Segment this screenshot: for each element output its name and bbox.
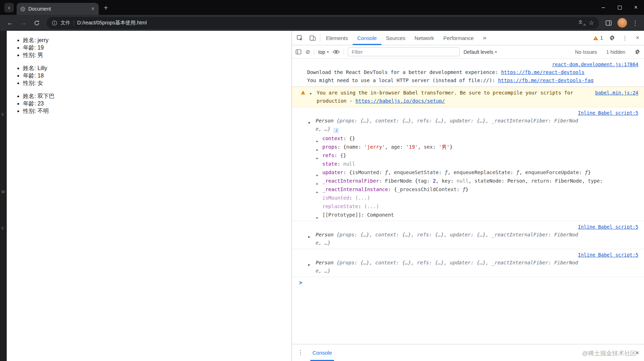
tree-row-updater[interactable]: ▶updater: {isMounted: ƒ, enqueueSetState… — [316, 168, 638, 177]
text-segment: : — [379, 178, 385, 184]
side-panel-icon[interactable] — [603, 20, 615, 26]
tree-row-prototype[interactable]: ▶[[Prototype]]: Component — [316, 211, 638, 219]
maximize-button[interactable] — [611, 0, 628, 15]
devtools-menu-icon[interactable]: ⋮ — [619, 31, 631, 45]
forward-button[interactable]: → — [17, 17, 30, 29]
inspect-element-icon[interactable] — [293, 31, 306, 45]
object-preview-line[interactable]: ▶Person {props: {…}, context: {…}, refs:… — [307, 231, 579, 247]
refresh-icon — [34, 20, 40, 26]
expand-triangle-icon[interactable]: ▶ — [316, 213, 318, 219]
tab-sources[interactable]: Sources — [381, 31, 410, 45]
warnings-badge[interactable]: 1 — [590, 31, 606, 45]
back-icon: ← — [7, 19, 13, 27]
refresh-button[interactable] — [30, 17, 43, 29]
expand-triangle-icon[interactable]: ▶ — [316, 137, 318, 143]
new-tab-button[interactable]: + — [104, 4, 108, 11]
babel-setup-link[interactable]: https://babeljs.io/docs/setup/ — [356, 98, 445, 104]
context-selector[interactable]: top ▾ — [318, 49, 329, 55]
text-segment: , — [468, 178, 475, 184]
console-prompt[interactable]: > — [292, 277, 644, 286]
expand-triangle-icon[interactable]: ▶ — [316, 154, 318, 160]
source-link-inline-babel[interactable]: Inline Babel script:5 — [578, 252, 638, 258]
console-output[interactable]: react-dom.development.js:17864 Download … — [292, 59, 644, 344]
log-levels-dropdown[interactable]: Default levels ▾ — [464, 49, 497, 55]
hidden-messages-label[interactable]: 1 hidden — [606, 49, 625, 55]
close-drawer-icon[interactable]: × — [635, 349, 639, 357]
expand-triangle-icon[interactable]: ▶ — [316, 179, 318, 185]
source-link-inline-babel[interactable]: Inline Babel script:5 — [578, 224, 638, 230]
source-link-inline-babel[interactable]: Inline Babel script:5 — [578, 110, 638, 116]
text-segment: FiberNode — [385, 178, 412, 184]
text-segment: FiberNode — [555, 178, 582, 184]
devtools-tabbar-right: 1 ⋮ × — [590, 31, 644, 45]
expand-triangle-icon[interactable]: ▶ — [308, 233, 310, 241]
tab-title: Document — [28, 6, 91, 12]
tab-network[interactable]: Network — [410, 31, 439, 45]
collapse-triangle-icon[interactable]: ▼ — [308, 119, 310, 127]
tree-row-replacestate[interactable]: replaceState: (...) — [316, 202, 638, 211]
react-devtools-link[interactable]: https://fb.me/react-devtools — [501, 69, 585, 75]
profile-avatar[interactable] — [617, 18, 627, 28]
close-devtools-icon[interactable]: × — [631, 31, 644, 45]
drawer-menu-icon[interactable]: ⋮ — [296, 349, 305, 356]
react-devtools-faq-link[interactable]: https://fb.me/react-devtools-faq — [498, 78, 593, 83]
eye-icon[interactable] — [333, 50, 340, 54]
bookmark-star-icon[interactable]: ☆ — [589, 19, 594, 27]
translate-en-glyph: A — [583, 23, 586, 27]
source-link-react-dom[interactable]: react-dom.development.js:17864 — [552, 62, 638, 67]
tree-row-refs[interactable]: ▶refs: {} — [316, 151, 638, 160]
tree-row-react-internal-instance[interactable]: ▶_reactInternalInstance: {_processChildC… — [316, 185, 638, 194]
tree-row-ismounted[interactable]: isMounted: (...) — [316, 194, 638, 202]
browser-tab[interactable]: Document × — [17, 3, 99, 15]
list-item: 性别: 男 — [23, 51, 292, 59]
drawer-tab-console[interactable]: Console — [310, 344, 334, 361]
info-icon[interactable] — [52, 20, 57, 26]
issues-counter[interactable]: No Issues — [575, 49, 597, 55]
translate-icon[interactable]: 文 A — [579, 19, 586, 26]
device-toolbar-icon[interactable] — [306, 31, 319, 45]
expand-triangle-icon[interactable]: ▶ — [316, 188, 318, 194]
browser-menu-icon[interactable]: ⋮ — [630, 19, 640, 27]
text-segment: : — [337, 161, 343, 167]
source-link-babel[interactable]: babel.min.js:24 — [595, 89, 638, 97]
console-filter-input[interactable] — [348, 47, 460, 56]
expand-triangle-icon[interactable]: ▶ — [316, 145, 318, 151]
console-settings-gear-icon[interactable] — [634, 49, 640, 55]
more-tabs-icon[interactable]: » — [478, 31, 491, 45]
text-segment: Component — [367, 212, 394, 218]
tree-row-props[interactable]: ▶props: {name: 'jerry', age: '19', sex: … — [316, 143, 638, 151]
text-segment: : — [600, 178, 603, 184]
text-segment: , — [525, 178, 531, 184]
tree-row-context[interactable]: ▶context: {} — [316, 134, 638, 143]
expand-triangle-icon[interactable]: ▶ — [316, 171, 318, 177]
list-item: 姓名: Lilly — [23, 64, 292, 72]
tab-elements[interactable]: Elements — [321, 31, 353, 45]
object-preview-line[interactable]: ▶Person {props: {…}, context: {…}, refs:… — [307, 259, 579, 275]
back-button[interactable]: ← — [4, 17, 16, 29]
text-segment: return — [531, 178, 549, 184]
minimize-button[interactable]: – — [595, 0, 611, 15]
tab-console[interactable]: Console — [353, 31, 381, 45]
close-window-button[interactable]: × — [628, 0, 644, 15]
object-preview-line[interactable]: ▼Person {props: {…}, context: {…}, refs:… — [307, 117, 579, 133]
tree-row-react-internal-fiber[interactable]: ▶_reactInternalFiber: FiberNode {tag: 2,… — [316, 177, 638, 185]
tab-close-icon[interactable]: × — [91, 6, 95, 12]
address-bar[interactable]: 文件 D:/react/05props基本使用.html 文 A ☆ — [47, 17, 599, 29]
expand-triangle-icon[interactable]: ▶ — [308, 261, 310, 269]
clear-console-icon[interactable]: ⊘ — [305, 48, 310, 55]
forward-icon: → — [20, 19, 27, 27]
value-info-badge-icon[interactable]: i — [333, 128, 339, 133]
tab-search-button[interactable]: ∨ — [4, 3, 14, 12]
devtools-settings-gear-icon[interactable] — [606, 31, 619, 45]
tab-performance[interactable]: Performance — [439, 31, 478, 45]
console-sidebar-icon[interactable] — [295, 49, 301, 55]
text-segment: , — [519, 170, 525, 175]
expand-triangle-icon[interactable]: ▶ — [310, 90, 312, 98]
property-text: isMounted: (...) — [322, 195, 370, 201]
text-segment: Person — [316, 232, 334, 237]
url-text[interactable]: D:/react/05props基本使用.html — [77, 19, 575, 26]
text-segment: : — [456, 187, 462, 192]
text-segment: : {} — [343, 136, 355, 141]
tree-row-state: state: null — [316, 160, 638, 168]
list-item: 性别: 女 — [23, 79, 292, 87]
